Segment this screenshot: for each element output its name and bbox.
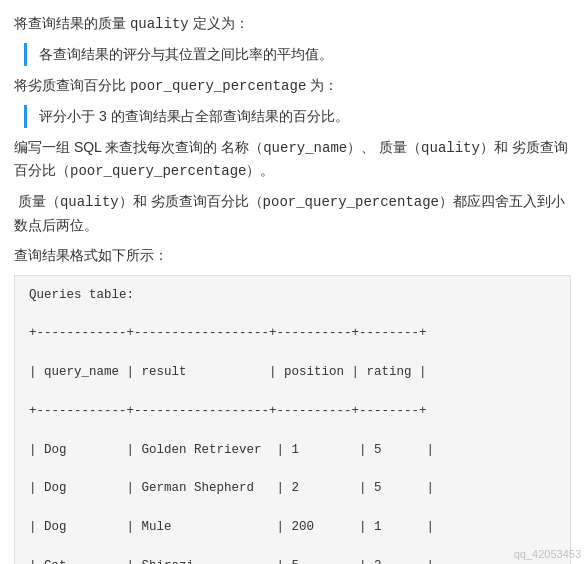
blockquote-2-text: 评分小于 3 的查询结果占全部查询结果的百分比。 [39,108,349,124]
blockquote-1: 各查询结果的评分与其位置之间比率的平均值。 [24,43,571,65]
paragraph-3: 编写一组 SQL 来查找每次查询的 名称（query_name）、 质量（qua… [14,136,571,183]
code-separator-header: +------------+------------------+-------… [29,402,556,421]
code-block-queries-table: Queries table: +------------+-----------… [14,275,571,564]
blockquote-2: 评分小于 3 的查询结果占全部查询结果的百分比。 [24,105,571,127]
inline-code-quality-3: quality [60,194,119,210]
blockquote-1-text: 各查询结果的评分与其位置之间比率的平均值。 [39,46,333,62]
inline-code-poor-query-1: poor_query_percentage [130,78,306,94]
table-row: | Dog | Golden Retriever | 1 | 5 | [29,441,556,460]
inline-code-poor-query-3: poor_query_percentage [263,194,439,210]
table-row: | Cat | Shirazi | 5 | 2 | [29,557,556,564]
code-separator-top: +------------+------------------+-------… [29,324,556,343]
paragraph-4: 质量（quality）和 劣质查询百分比（poor_query_percenta… [14,190,571,236]
paragraph-2: 将劣质查询百分比 poor_query_percentage 为： [14,74,571,97]
paragraph-1: 将查询结果的质量 quality 定义为： [14,12,571,35]
inline-code-quality-2: quality [421,140,480,156]
paragraph-5-text: 查询结果格式如下所示： [14,247,168,263]
table-row: | Dog | German Shepherd | 2 | 5 | [29,479,556,498]
table-row: | Dog | Mule | 200 | 1 | [29,518,556,537]
watermark: qq_42053453 [514,548,581,560]
code-header: | query_name | result | position | ratin… [29,363,556,382]
paragraph-5: 查询结果格式如下所示： [14,244,571,266]
inline-code-poor-query-2: poor_query_percentage [70,163,246,179]
inline-code-quality-1: quality [130,16,189,32]
inline-code-query-name: query_name [263,140,347,156]
code-block-title: Queries table: [29,286,556,305]
